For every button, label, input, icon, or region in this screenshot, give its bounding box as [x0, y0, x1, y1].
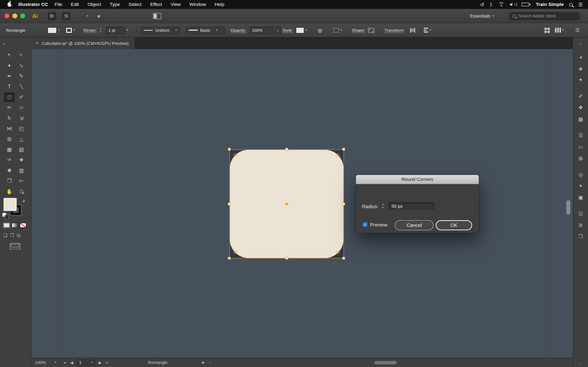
panel-artboards[interactable]: ❐ — [573, 231, 588, 242]
scroll-left-icon[interactable]: ‹ — [209, 360, 211, 365]
center-point[interactable] — [285, 203, 288, 205]
panel-appearance[interactable]: ◎ — [573, 169, 588, 180]
artboard-tool[interactable]: ❐ — [4, 176, 15, 185]
type-tool[interactable]: T — [4, 82, 15, 91]
pen-tool[interactable]: ✒ — [4, 71, 15, 81]
style-swatch[interactable] — [296, 27, 304, 33]
panel-align[interactable]: ▦ — [573, 113, 588, 125]
select-similar-control[interactable]: ▾ — [333, 23, 342, 37]
recolor-artwork-icon[interactable]: ◍ — [318, 27, 322, 33]
corner-widget-se[interactable] — [336, 250, 339, 254]
none-button[interactable] — [20, 223, 26, 228]
panel-transparency[interactable]: ◍ — [573, 152, 588, 164]
rotate-tool[interactable]: ↻ — [4, 113, 15, 123]
default-stroke-mini[interactable] — [5, 215, 8, 219]
panel-swatches[interactable]: ✦ — [573, 74, 588, 86]
cancel-button[interactable]: Cancel — [395, 220, 433, 230]
document-arrange-control[interactable]: ▾ — [555, 23, 564, 37]
paintbrush-tool[interactable]: ✐ — [16, 92, 26, 102]
radius-input[interactable] — [389, 202, 434, 210]
last-artboard-button[interactable]: ⇥ — [105, 360, 108, 365]
hand-tool[interactable]: ✋ — [4, 187, 15, 196]
panel-color-guide[interactable]: ◈ — [573, 63, 588, 74]
style-swatch-control[interactable]: ▾ — [296, 23, 307, 37]
window-zoom-button[interactable] — [20, 14, 25, 18]
panel-color[interactable]: ◕ — [573, 51, 588, 63]
transform-panel-link[interactable]: Transform — [384, 28, 404, 33]
expand-right-dock-icon[interactable]: « — [579, 41, 582, 45]
menu-window[interactable]: Window — [185, 2, 210, 7]
handle-se[interactable] — [342, 257, 345, 259]
gradient-button[interactable] — [12, 223, 18, 228]
tab-close-icon[interactable]: × — [35, 40, 38, 46]
selected-rounded-rectangle[interactable] — [229, 150, 344, 258]
stepper-up-icon[interactable]: ▲ — [100, 27, 102, 30]
first-artboard-button[interactable]: ⇤ — [64, 360, 67, 365]
dialog-title-bar[interactable]: Round Corners — [356, 175, 479, 184]
sync-history-icon[interactable]: ↺ — [480, 2, 484, 7]
blend-tool[interactable]: ❖ — [16, 155, 26, 165]
rectangle-tool[interactable]: □ — [4, 92, 15, 102]
panel-gradient[interactable]: ▭ — [573, 141, 588, 152]
adobe-stock-search[interactable] — [509, 12, 580, 20]
menu-help[interactable]: Help — [210, 2, 228, 7]
stroke-panel-link[interactable]: Stroke: — [83, 28, 97, 33]
slice-tool[interactable]: ✄ — [16, 176, 26, 185]
menu-type[interactable]: Type — [105, 2, 124, 7]
horizontal-scrollbar-thumb[interactable] — [374, 361, 397, 365]
canvas[interactable]: Round Corners Radius: ▲ ▼ ✓ Preview Canc… — [31, 49, 573, 358]
menu-view[interactable]: View — [166, 2, 185, 7]
stock-button[interactable]: St — [62, 12, 70, 20]
dock-scroll-down-icon[interactable]: ⌄ — [573, 361, 588, 365]
eraser-tool[interactable]: ▱ — [16, 103, 26, 112]
stroke-weight-stepper[interactable]: ▲▼ — [100, 23, 102, 37]
panel-layers[interactable]: ≣ — [573, 219, 588, 231]
radius-stepper[interactable]: ▲ ▼ — [382, 203, 384, 209]
menu-edit[interactable]: Edit — [67, 2, 83, 7]
shape-panel-link[interactable]: Shape: — [352, 28, 365, 33]
apple-menu-icon[interactable] — [8, 2, 12, 7]
volume-icon[interactable] — [510, 2, 516, 7]
stock-search-input[interactable] — [519, 14, 575, 18]
handle-ne[interactable] — [342, 148, 345, 150]
panel-symbols[interactable]: ✤ — [573, 102, 588, 113]
panel-libraries[interactable]: ⊡ — [573, 208, 588, 219]
draw-normal-button[interactable]: ❏ — [3, 233, 8, 238]
previous-artboard-button[interactable]: ◀ — [70, 360, 73, 365]
stepper-down-icon[interactable]: ▼ — [382, 206, 384, 209]
notification-center-icon[interactable]: ☰ — [579, 2, 583, 7]
perspective-grid-tool[interactable]: △ — [16, 134, 26, 143]
chevron-down-icon[interactable]: ▾ — [126, 29, 128, 32]
bluetooth-icon[interactable]: ᛒ — [490, 2, 493, 7]
draw-behind-button[interactable]: ❐ — [10, 233, 14, 238]
artboard-number-dropdown[interactable]: 1 ▾ — [77, 359, 95, 366]
direct-selection-tool[interactable]: ↖ — [16, 50, 26, 60]
bridge-button[interactable]: Br — [48, 12, 56, 20]
symbol-sprayer-tool[interactable]: ✺ — [4, 166, 15, 175]
window-minimize-button[interactable] — [12, 14, 17, 18]
stepper-down-icon[interactable]: ▼ — [100, 31, 102, 33]
magic-wand-tool[interactable]: ✦ — [4, 61, 15, 70]
status-flyout-icon[interactable]: ▶ — [202, 361, 205, 364]
fill-proxy[interactable] — [4, 198, 16, 211]
curvature-tool[interactable]: ✎ — [16, 71, 26, 81]
lasso-tool[interactable]: ∿ — [16, 61, 26, 70]
spotlight-search-icon[interactable] — [570, 3, 573, 6]
arrange-documents-button[interactable]: ▾ — [77, 9, 88, 23]
handle-sw[interactable] — [228, 257, 231, 259]
change-screen-mode-button[interactable] — [10, 243, 20, 249]
workspace-grid-icon[interactable] — [545, 27, 550, 33]
align-control[interactable]: ▾ — [424, 23, 431, 37]
line-segment-tool[interactable]: ╲ — [16, 82, 26, 91]
gradient-tool[interactable]: ▧ — [16, 145, 26, 154]
workspace-switcher[interactable]: Essentials ▾ — [470, 9, 494, 23]
swap-fill-stroke-icon[interactable]: ⇄ — [21, 198, 26, 203]
panel-menu-icon[interactable]: ☰ — [575, 28, 579, 33]
handle-s[interactable] — [285, 257, 288, 259]
corner-widget-ne[interactable] — [336, 154, 339, 157]
battery-icon[interactable] — [522, 3, 530, 6]
brush-definition-dropdown[interactable]: Basic ▾ — [186, 26, 225, 34]
stepper-up-icon[interactable]: ▲ — [382, 203, 384, 205]
zoom-level-dropdown[interactable]: 100% ▾ — [31, 358, 60, 367]
menu-file[interactable]: File — [50, 2, 66, 7]
